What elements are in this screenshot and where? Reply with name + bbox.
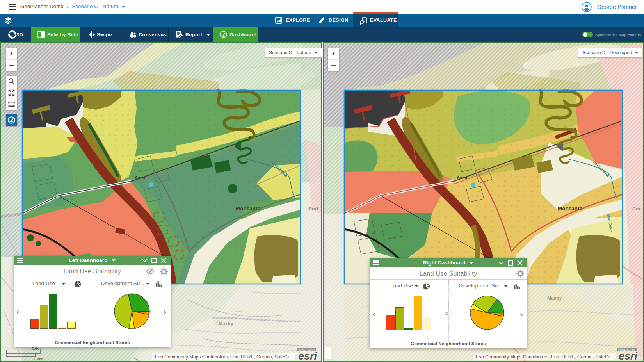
svg-text:esri: esri <box>619 350 638 362</box>
svg-text:Monsanto: Monsanto <box>558 205 583 211</box>
svg-text:Avon: Avon <box>457 175 467 180</box>
svg-text:Monsanto: Monsanto <box>236 205 261 211</box>
svg-text:Avon: Avon <box>135 175 145 180</box>
svg-text:Maxby: Maxby <box>219 321 233 326</box>
svg-text:0.4mi: 0.4mi <box>34 357 43 361</box>
svg-text:esri: esri <box>298 350 317 362</box>
svg-text:Maxby: Maxby <box>547 295 562 301</box>
svg-text:Por: Por <box>632 206 641 212</box>
svg-text:Port: Port <box>308 206 319 212</box>
svg-text:Esri Community Maps Contributo: Esri Community Maps Contributors, Esri, … <box>476 354 614 360</box>
svg-text:POWERED BY: POWERED BY <box>618 348 636 351</box>
svg-text:Esri Community Maps Contributo: Esri Community Maps Contributors, Esri, … <box>155 354 293 360</box>
svg-text:POWERED BY: POWERED BY <box>298 348 315 351</box>
